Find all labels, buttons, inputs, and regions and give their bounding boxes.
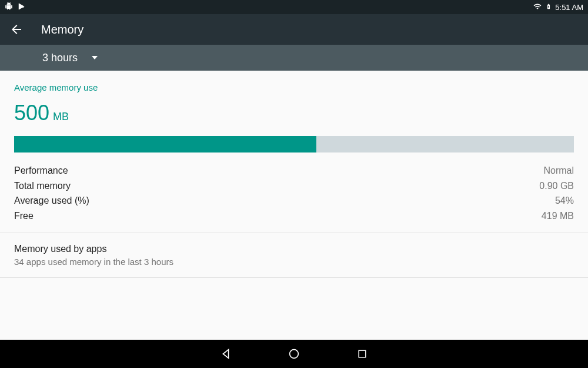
stat-total-memory: Total memory 0.90 GB	[14, 178, 574, 194]
time-range-value: 3 hours	[42, 52, 78, 64]
apps-item-title: Memory used by apps	[14, 244, 574, 254]
back-button[interactable]	[9, 22, 24, 37]
page-title: Memory	[41, 23, 83, 37]
memory-stats: Performance Normal Total memory 0.90 GB …	[14, 163, 574, 223]
nav-recent-button[interactable]	[355, 347, 369, 361]
stat-label: Free	[14, 208, 34, 224]
memory-used-by-apps-item[interactable]: Memory used by apps 34 apps used memory …	[0, 233, 588, 277]
status-bar: 5:51 AM	[0, 0, 588, 14]
stat-free: Free 419 MB	[14, 208, 574, 224]
battery-charging-icon	[546, 2, 552, 13]
nav-home-button[interactable]	[287, 347, 301, 361]
stat-value: 54%	[555, 193, 574, 208]
android-debug-icon	[5, 2, 13, 12]
stat-label: Average used (%)	[14, 193, 89, 208]
memory-usage-bar-fill	[14, 136, 316, 152]
navigation-bar	[0, 340, 588, 368]
svg-point-0	[290, 350, 299, 359]
average-memory-unit: MB	[53, 111, 69, 123]
stat-value: 0.90 GB	[539, 178, 574, 194]
stat-value: Normal	[543, 163, 574, 178]
wifi-icon	[533, 2, 542, 12]
svg-rect-1	[359, 350, 366, 357]
stat-performance: Performance Normal	[14, 163, 574, 178]
play-store-icon	[18, 2, 26, 12]
memory-usage-bar	[14, 136, 574, 152]
average-memory-number: 500	[14, 101, 49, 125]
time-range-dropdown[interactable]: 3 hours	[42, 52, 98, 64]
content: Average memory use 500 MB Performance No…	[0, 71, 588, 278]
time-range-bar: 3 hours	[0, 45, 588, 71]
app-bar: Memory	[0, 14, 588, 45]
divider	[0, 277, 588, 278]
stat-label: Total memory	[14, 178, 71, 194]
average-memory-section: Average memory use 500 MB Performance No…	[0, 71, 588, 233]
apps-item-subtitle: 34 apps used memory in the last 3 hours	[14, 257, 574, 267]
nav-back-button[interactable]	[219, 347, 233, 361]
stat-value: 419 MB	[542, 208, 574, 224]
dropdown-arrow-icon	[92, 56, 98, 59]
stat-label: Performance	[14, 163, 68, 178]
stat-average-used: Average used (%) 54%	[14, 193, 574, 208]
average-memory-label: Average memory use	[14, 82, 574, 92]
status-time: 5:51 AM	[555, 3, 583, 12]
average-memory-value: 500 MB	[14, 101, 574, 125]
